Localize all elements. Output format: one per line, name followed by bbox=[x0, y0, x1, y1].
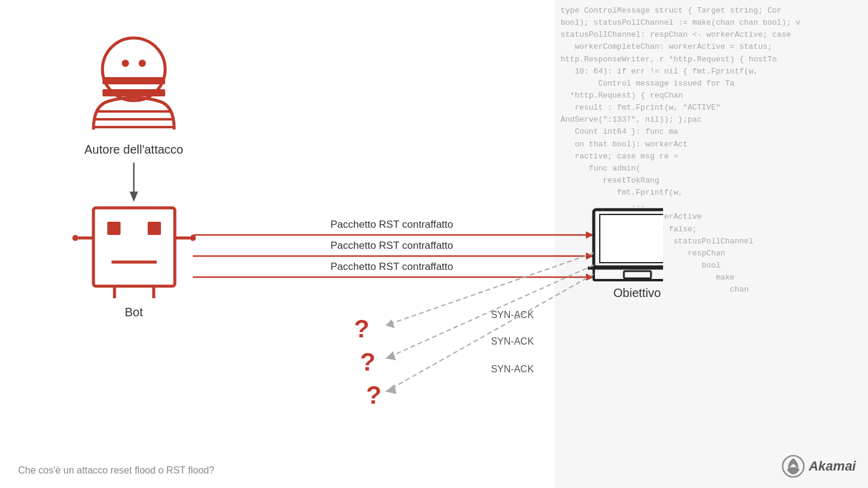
svg-marker-10 bbox=[130, 192, 138, 202]
svg-point-15 bbox=[190, 235, 196, 241]
target-label: Obiettivo bbox=[614, 286, 661, 299]
footer-label: Che cos'è un attacco reset flood o RST f… bbox=[18, 465, 215, 475]
svg-rect-16 bbox=[107, 222, 121, 235]
svg-marker-35 bbox=[386, 351, 396, 360]
svg-point-13 bbox=[72, 235, 78, 241]
svg-line-36 bbox=[386, 274, 594, 392]
svg-point-4 bbox=[122, 60, 129, 67]
svg-point-5 bbox=[139, 60, 146, 67]
svg-rect-17 bbox=[148, 222, 161, 235]
question-mark-1: ? bbox=[354, 314, 370, 343]
rst-label-2: Pacchetto RST contraffatto bbox=[330, 240, 453, 251]
akamai-logo: Akamai bbox=[781, 454, 856, 478]
svg-rect-1 bbox=[102, 77, 165, 84]
svg-marker-33 bbox=[386, 319, 395, 328]
syn-ack-label-1: SYN-ACK bbox=[491, 310, 533, 320]
svg-line-34 bbox=[386, 265, 594, 358]
svg-rect-11 bbox=[93, 208, 175, 286]
syn-ack-label-3: SYN-ACK bbox=[491, 364, 533, 374]
footer-text: Che cos'è un attacco reset flood o RST f… bbox=[18, 465, 215, 476]
svg-rect-28 bbox=[600, 214, 663, 263]
syn-ack-label-2: SYN-ACK bbox=[491, 336, 533, 346]
rst-label-3: Pacchetto RST contraffatto bbox=[330, 261, 453, 272]
akamai-icon bbox=[781, 454, 805, 478]
attacker-label: Autore dell'attacco bbox=[84, 143, 183, 156]
question-mark-3: ? bbox=[366, 381, 382, 409]
akamai-text: Akamai bbox=[809, 458, 856, 474]
svg-rect-31 bbox=[624, 271, 651, 278]
bot-label: Bot bbox=[125, 305, 143, 319]
svg-rect-2 bbox=[102, 89, 165, 96]
question-mark-2: ? bbox=[360, 348, 376, 376]
rst-label-1: Pacchetto RST contraffatto bbox=[330, 219, 453, 230]
diagram-svg: Autore dell'attacco Bot Pacchetto RST co… bbox=[0, 0, 663, 488]
